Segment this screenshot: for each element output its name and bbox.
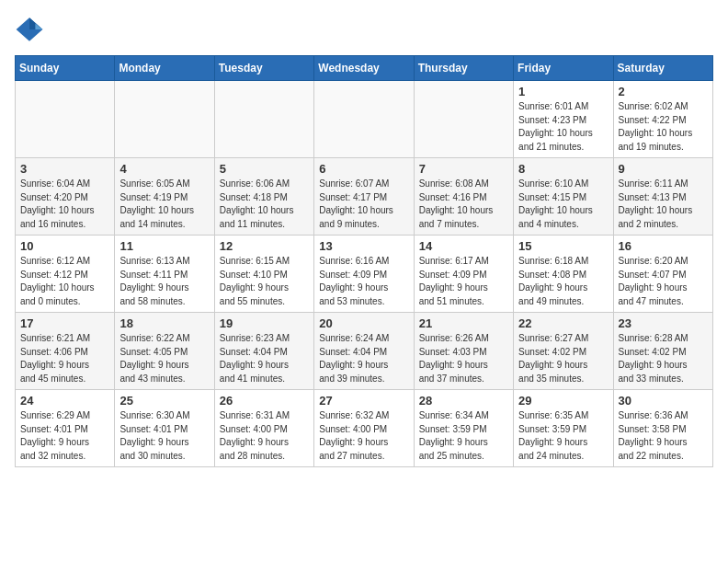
calendar-cell: 2Sunrise: 6:02 AM Sunset: 4:22 PM Daylig…	[613, 81, 712, 158]
calendar-cell: 17Sunrise: 6:21 AM Sunset: 4:06 PM Dayli…	[16, 313, 115, 390]
day-number: 27	[319, 394, 408, 408]
header-tuesday: Tuesday	[214, 56, 313, 81]
day-info: Sunrise: 6:15 AM Sunset: 4:10 PM Dayligh…	[220, 255, 309, 308]
day-info: Sunrise: 6:21 AM Sunset: 4:06 PM Dayligh…	[20, 332, 109, 385]
day-number: 5	[220, 162, 309, 176]
day-info: Sunrise: 6:29 AM Sunset: 4:01 PM Dayligh…	[20, 409, 109, 463]
day-number: 11	[119, 239, 209, 253]
day-info: Sunrise: 6:02 AM Sunset: 4:22 PM Dayligh…	[619, 100, 708, 154]
day-number: 30	[619, 394, 708, 408]
calendar-cell	[214, 81, 313, 158]
calendar-cell: 11Sunrise: 6:13 AM Sunset: 4:11 PM Dayli…	[115, 236, 214, 313]
day-number: 3	[20, 162, 109, 176]
day-info: Sunrise: 6:01 AM Sunset: 4:23 PM Dayligh…	[518, 100, 608, 154]
calendar-cell: 27Sunrise: 6:32 AM Sunset: 4:00 PM Dayli…	[314, 390, 414, 467]
calendar-cell	[115, 81, 214, 158]
calendar-cell: 6Sunrise: 6:07 AM Sunset: 4:17 PM Daylig…	[314, 158, 414, 236]
calendar-cell: 3Sunrise: 6:04 AM Sunset: 4:20 PM Daylig…	[16, 158, 115, 236]
day-info: Sunrise: 6:31 AM Sunset: 4:00 PM Dayligh…	[220, 409, 309, 463]
day-info: Sunrise: 6:07 AM Sunset: 4:17 PM Dayligh…	[319, 178, 408, 231]
day-info: Sunrise: 6:16 AM Sunset: 4:09 PM Dayligh…	[319, 255, 408, 308]
calendar-cell: 21Sunrise: 6:26 AM Sunset: 4:03 PM Dayli…	[414, 313, 513, 390]
day-number: 10	[20, 239, 109, 253]
day-info: Sunrise: 6:27 AM Sunset: 4:02 PM Dayligh…	[518, 332, 608, 385]
calendar-cell: 23Sunrise: 6:28 AM Sunset: 4:02 PM Dayli…	[613, 313, 712, 390]
week-row-2: 10Sunrise: 6:12 AM Sunset: 4:12 PM Dayli…	[16, 236, 713, 313]
calendar-cell: 13Sunrise: 6:16 AM Sunset: 4:09 PM Dayli…	[314, 236, 414, 313]
day-info: Sunrise: 6:22 AM Sunset: 4:05 PM Dayligh…	[119, 332, 209, 385]
day-info: Sunrise: 6:35 AM Sunset: 3:59 PM Dayligh…	[518, 409, 608, 463]
day-number: 16	[619, 239, 708, 253]
day-number: 25	[119, 394, 209, 408]
day-number: 12	[220, 239, 309, 253]
week-row-0: 1Sunrise: 6:01 AM Sunset: 4:23 PM Daylig…	[16, 81, 713, 158]
page-header	[15, 15, 713, 44]
calendar-cell: 19Sunrise: 6:23 AM Sunset: 4:04 PM Dayli…	[214, 313, 313, 390]
header-wednesday: Wednesday	[314, 56, 414, 81]
day-number: 23	[619, 316, 708, 330]
calendar-cell	[16, 81, 115, 158]
day-number: 26	[220, 394, 309, 408]
day-info: Sunrise: 6:04 AM Sunset: 4:20 PM Dayligh…	[20, 178, 109, 231]
calendar-cell: 25Sunrise: 6:30 AM Sunset: 4:01 PM Dayli…	[115, 390, 214, 467]
calendar-cell: 4Sunrise: 6:05 AM Sunset: 4:19 PM Daylig…	[115, 158, 214, 236]
header-sunday: Sunday	[16, 56, 115, 81]
header-monday: Monday	[115, 56, 214, 81]
day-info: Sunrise: 6:08 AM Sunset: 4:16 PM Dayligh…	[419, 178, 508, 231]
week-row-1: 3Sunrise: 6:04 AM Sunset: 4:20 PM Daylig…	[16, 158, 713, 236]
day-info: Sunrise: 6:32 AM Sunset: 4:00 PM Dayligh…	[319, 409, 408, 463]
calendar-cell: 29Sunrise: 6:35 AM Sunset: 3:59 PM Dayli…	[514, 390, 613, 467]
calendar-table: SundayMondayTuesdayWednesdayThursdayFrid…	[15, 55, 713, 467]
calendar-cell: 7Sunrise: 6:08 AM Sunset: 4:16 PM Daylig…	[414, 158, 513, 236]
logo	[15, 15, 48, 44]
day-info: Sunrise: 6:11 AM Sunset: 4:13 PM Dayligh…	[619, 178, 708, 231]
day-info: Sunrise: 6:18 AM Sunset: 4:08 PM Dayligh…	[518, 255, 608, 308]
day-info: Sunrise: 6:36 AM Sunset: 3:58 PM Dayligh…	[619, 409, 708, 463]
day-info: Sunrise: 6:05 AM Sunset: 4:19 PM Dayligh…	[119, 178, 209, 231]
calendar-cell: 24Sunrise: 6:29 AM Sunset: 4:01 PM Dayli…	[16, 390, 115, 467]
day-number: 21	[419, 316, 508, 330]
week-row-3: 17Sunrise: 6:21 AM Sunset: 4:06 PM Dayli…	[16, 313, 713, 390]
day-number: 13	[319, 239, 408, 253]
header-friday: Friday	[514, 56, 613, 81]
day-info: Sunrise: 6:17 AM Sunset: 4:09 PM Dayligh…	[419, 255, 508, 308]
calendar-cell: 14Sunrise: 6:17 AM Sunset: 4:09 PM Dayli…	[414, 236, 513, 313]
header-saturday: Saturday	[613, 56, 712, 81]
calendar-cell: 16Sunrise: 6:20 AM Sunset: 4:07 PM Dayli…	[613, 236, 712, 313]
day-info: Sunrise: 6:34 AM Sunset: 3:59 PM Dayligh…	[419, 409, 508, 463]
calendar-cell: 12Sunrise: 6:15 AM Sunset: 4:10 PM Dayli…	[214, 236, 313, 313]
day-number: 7	[419, 162, 508, 176]
calendar-cell: 5Sunrise: 6:06 AM Sunset: 4:18 PM Daylig…	[214, 158, 313, 236]
day-number: 29	[518, 394, 608, 408]
calendar-cell: 1Sunrise: 6:01 AM Sunset: 4:23 PM Daylig…	[514, 81, 613, 158]
calendar-cell	[414, 81, 513, 158]
day-number: 28	[419, 394, 508, 408]
calendar-cell: 20Sunrise: 6:24 AM Sunset: 4:04 PM Dayli…	[314, 313, 414, 390]
day-number: 20	[319, 316, 408, 330]
calendar-cell: 26Sunrise: 6:31 AM Sunset: 4:00 PM Dayli…	[214, 390, 313, 467]
day-info: Sunrise: 6:28 AM Sunset: 4:02 PM Dayligh…	[619, 332, 708, 385]
calendar-cell	[314, 81, 414, 158]
header-thursday: Thursday	[414, 56, 513, 81]
logo-icon	[15, 15, 44, 44]
calendar-cell: 9Sunrise: 6:11 AM Sunset: 4:13 PM Daylig…	[613, 158, 712, 236]
calendar-cell: 10Sunrise: 6:12 AM Sunset: 4:12 PM Dayli…	[16, 236, 115, 313]
day-info: Sunrise: 6:12 AM Sunset: 4:12 PM Dayligh…	[20, 255, 109, 308]
day-info: Sunrise: 6:23 AM Sunset: 4:04 PM Dayligh…	[220, 332, 309, 385]
day-info: Sunrise: 6:10 AM Sunset: 4:15 PM Dayligh…	[518, 178, 608, 231]
day-info: Sunrise: 6:06 AM Sunset: 4:18 PM Dayligh…	[220, 178, 309, 231]
day-number: 6	[319, 162, 408, 176]
day-info: Sunrise: 6:26 AM Sunset: 4:03 PM Dayligh…	[419, 332, 508, 385]
day-info: Sunrise: 6:20 AM Sunset: 4:07 PM Dayligh…	[619, 255, 708, 308]
day-number: 18	[119, 316, 209, 330]
calendar-cell: 18Sunrise: 6:22 AM Sunset: 4:05 PM Dayli…	[115, 313, 214, 390]
header-row: SundayMondayTuesdayWednesdayThursdayFrid…	[16, 56, 713, 81]
day-number: 2	[619, 85, 708, 98]
day-number: 14	[419, 239, 508, 253]
calendar-cell: 8Sunrise: 6:10 AM Sunset: 4:15 PM Daylig…	[514, 158, 613, 236]
day-number: 9	[619, 162, 708, 176]
calendar-cell: 30Sunrise: 6:36 AM Sunset: 3:58 PM Dayli…	[613, 390, 712, 467]
day-number: 15	[518, 239, 608, 253]
calendar-cell: 22Sunrise: 6:27 AM Sunset: 4:02 PM Dayli…	[514, 313, 613, 390]
calendar-cell: 15Sunrise: 6:18 AM Sunset: 4:08 PM Dayli…	[514, 236, 613, 313]
